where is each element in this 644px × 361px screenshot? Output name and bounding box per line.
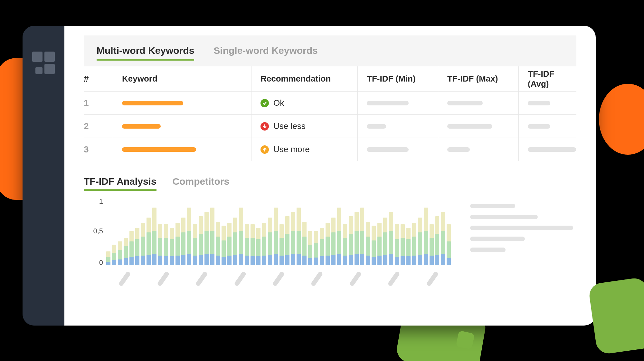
bar-group (193, 197, 197, 265)
chart-bar (430, 256, 434, 265)
bar-group (170, 197, 174, 265)
bar-group (158, 197, 162, 265)
bar-group (412, 197, 416, 265)
chart-bar (389, 254, 393, 265)
table-row[interactable]: 1Ok (84, 92, 576, 115)
tab-tfidf-analysis[interactable]: TF-IDF Analysis (84, 176, 156, 191)
bar-group (320, 197, 324, 265)
chart-bar (337, 254, 341, 265)
tab-multi-word-keywords[interactable]: Multi-word Keywords (97, 45, 194, 61)
keyword-placeholder (122, 101, 183, 105)
bar-group (187, 197, 191, 265)
app-logo-icon (32, 52, 55, 74)
recommendation-ok-icon (260, 99, 269, 107)
bar-group (256, 197, 260, 265)
bar-group (268, 197, 272, 265)
decorative-blob (456, 330, 475, 349)
bar-group (337, 197, 341, 265)
cell-keyword (113, 92, 251, 114)
cell-tfidf-max (438, 92, 518, 114)
bar-group (302, 197, 307, 265)
bar-group (441, 197, 445, 265)
chart-bar (302, 256, 307, 265)
table-row[interactable]: 3Use more (84, 138, 576, 161)
chart-bar (291, 254, 295, 265)
bar-group (233, 197, 237, 265)
bar-group (389, 197, 393, 265)
table-header: # Keyword Recommendation TF-IDF (Min) TF… (84, 66, 576, 92)
keywords-table: # Keyword Recommendation TF-IDF (Min) TF… (84, 66, 576, 161)
table-row[interactable]: 2Use less (84, 115, 576, 138)
chart-bar (320, 256, 324, 265)
row-number: 3 (84, 144, 113, 155)
tfidf-chart: 10,50 (84, 197, 451, 293)
cell-tfidf-min (357, 92, 438, 114)
bar-group (112, 197, 116, 265)
y-tick-label: 0,5 (93, 227, 103, 235)
chart-section: 10,50 (84, 197, 576, 293)
bar-group (430, 197, 434, 265)
legend-placeholder (470, 204, 515, 208)
chart-bar (349, 255, 353, 265)
bar-group (360, 197, 365, 265)
row-number: 1 (84, 98, 113, 108)
keyword-tabs: Multi-word Keywords Single-word Keywords (84, 35, 576, 66)
chart-bar (135, 256, 139, 265)
chart-bar (118, 259, 122, 265)
chart-bar (285, 255, 289, 265)
chart-bar (233, 255, 237, 265)
bar-group (135, 197, 139, 265)
bar-group (204, 197, 209, 265)
bar-group (355, 197, 359, 265)
chart-x-axis (84, 271, 451, 293)
bar-group (124, 197, 128, 265)
bar-group (227, 197, 232, 265)
bar-group (251, 197, 255, 265)
chart-bar (262, 256, 266, 265)
bar-group (366, 197, 370, 265)
bar-group (262, 197, 266, 265)
value-placeholder (367, 101, 409, 105)
bar-group (418, 197, 422, 265)
cell-keyword (113, 138, 251, 161)
chart-bar (245, 256, 249, 265)
col-header-number: # (84, 74, 113, 84)
tab-single-word-keywords[interactable]: Single-word Keywords (213, 45, 317, 61)
bar-group (343, 197, 347, 265)
bar-group (372, 197, 376, 265)
value-placeholder (367, 124, 386, 129)
chart-bar (204, 254, 209, 265)
tab-competitors[interactable]: Competitors (173, 176, 230, 191)
bar-group (285, 197, 289, 265)
main-panel: Multi-word Keywords Single-word Keywords… (64, 26, 596, 326)
chart-bar (222, 257, 226, 265)
bar-group (406, 197, 411, 265)
bar-group (106, 197, 110, 265)
bar-group (129, 197, 134, 265)
value-placeholder (447, 101, 483, 105)
chart-bar (227, 256, 232, 265)
legend-placeholder (470, 237, 525, 241)
bar-group (401, 197, 405, 265)
cell-tfidf-max (438, 138, 518, 161)
chart-bar (377, 256, 382, 265)
cell-tfidf-min (357, 138, 438, 161)
bar-group (424, 197, 428, 265)
chart-bar (297, 254, 301, 265)
chart-bar (152, 254, 156, 265)
bar-group (435, 197, 440, 265)
chart-bar (256, 256, 260, 265)
chart-bar (314, 258, 318, 265)
bar-group (152, 197, 156, 265)
col-header-keyword: Keyword (113, 66, 251, 91)
bar-group (141, 197, 145, 265)
value-placeholder (447, 124, 492, 129)
chart-bar (447, 258, 451, 265)
cell-recommendation: Use less (251, 115, 357, 138)
chart-bar (406, 256, 411, 265)
value-placeholder (447, 147, 470, 152)
value-placeholder (528, 124, 550, 129)
chart-bar (141, 256, 145, 265)
value-placeholder (367, 147, 409, 152)
col-header-tfidf-max: TF-IDF (Max) (438, 66, 518, 91)
